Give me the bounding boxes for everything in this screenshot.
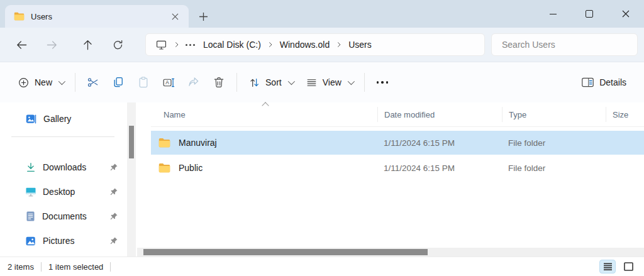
rename-button[interactable]: A [156, 70, 181, 94]
pin-icon [109, 236, 118, 245]
search-input[interactable] [501, 39, 628, 50]
delete-button[interactable] [206, 70, 231, 94]
refresh-icon [112, 39, 124, 51]
breadcrumb-overflow-icon[interactable] [182, 44, 199, 46]
folder-icon [158, 138, 170, 148]
sidebar-item-pictures[interactable]: Pictures [1, 229, 125, 252]
chevron-down-icon [287, 78, 294, 85]
details-view-icon [603, 263, 613, 271]
pin-icon [109, 163, 118, 172]
back-button[interactable] [11, 34, 32, 55]
downloads-icon [25, 162, 36, 173]
command-bar: New A Sort [0, 62, 644, 102]
ellipsis-icon [373, 81, 392, 84]
sidebar-item-label: Downloads [43, 162, 109, 172]
sidebar-item-gallery[interactable]: Gallery [1, 108, 125, 130]
breadcrumb-segment-windows-old[interactable]: Windows.old [275, 38, 334, 52]
breadcrumb-chevron-icon[interactable] [173, 41, 180, 48]
forward-button[interactable] [41, 34, 62, 55]
details-pane-button[interactable]: Details [575, 72, 633, 93]
horizontal-scrollbar[interactable] [137, 248, 644, 257]
new-tab-button[interactable] [194, 7, 213, 26]
details-view-toggle[interactable] [599, 260, 616, 273]
search-box[interactable] [491, 33, 638, 56]
column-header-name[interactable]: Name [151, 107, 377, 122]
this-pc-icon[interactable] [151, 38, 172, 52]
minimize-button[interactable] [535, 0, 571, 28]
file-row-manuviraj[interactable]: Manuviraj 1/11/2024 6:15 PM File folder [151, 131, 644, 155]
breadcrumb-segment-drive[interactable]: Local Disk (C:) [199, 38, 265, 52]
chevron-down-icon [58, 78, 65, 85]
large-icons-view-toggle[interactable] [620, 260, 636, 273]
svg-text:A: A [165, 79, 169, 86]
desktop-icon [25, 187, 36, 197]
new-button-label: New [35, 77, 52, 87]
arrow-right-icon [46, 39, 58, 51]
documents-icon [25, 211, 36, 222]
large-icons-view-icon [624, 262, 633, 271]
arrow-up-icon [82, 39, 94, 51]
pin-icon [109, 187, 118, 196]
breadcrumb-chevron-icon[interactable] [267, 41, 274, 48]
scrollbar-thumb[interactable] [129, 126, 134, 158]
file-date-modified: 1/11/2024 6:15 PM [377, 163, 502, 173]
breadcrumb-segment-users[interactable]: Users [344, 38, 376, 52]
pin-icon [109, 212, 118, 221]
selection-count: 1 item selected [48, 262, 103, 272]
maximize-button[interactable] [571, 0, 608, 28]
refresh-button[interactable] [107, 34, 128, 55]
view-lines-icon [306, 77, 318, 89]
sidebar-item-documents[interactable]: Documents [1, 205, 125, 228]
maximize-icon [586, 10, 593, 18]
tab-close-icon[interactable] [167, 9, 182, 24]
share-icon [187, 76, 200, 89]
breadcrumb-chevron-icon[interactable] [335, 41, 343, 48]
arrow-left-icon [16, 39, 28, 51]
up-button[interactable] [77, 34, 98, 55]
close-button[interactable] [608, 0, 644, 28]
sidebar: Gallery Downloads Desktop Documents Pict… [0, 102, 126, 257]
file-list: Name Date modified Type Size Manuviraj 1… [137, 102, 644, 257]
status-bar: 2 items 1 item selected [0, 257, 644, 276]
folder-icon [158, 163, 170, 173]
scrollbar-thumb[interactable] [143, 249, 428, 255]
tab-users[interactable]: Users [5, 5, 189, 28]
sidebar-item-label: Documents [42, 211, 109, 221]
sidebar-divider [11, 136, 114, 137]
copy-button[interactable] [106, 70, 131, 94]
sort-button[interactable]: Sort [242, 72, 299, 94]
column-header-date-modified[interactable]: Date modified [377, 107, 502, 122]
sidebar-item-desktop[interactable]: Desktop [1, 180, 125, 203]
paste-button[interactable] [131, 70, 156, 94]
column-header-type[interactable]: Type [502, 107, 606, 122]
window-controls [535, 0, 644, 28]
address-bar[interactable]: Local Disk (C:) Windows.old Users [145, 33, 485, 56]
file-name: Manuviraj [179, 138, 217, 148]
tab-title: Users [31, 12, 167, 21]
pictures-icon [25, 236, 36, 246]
trash-icon [213, 76, 225, 89]
see-more-button[interactable] [370, 70, 395, 94]
column-header-size[interactable]: Size [606, 107, 644, 122]
details-pane-icon [581, 77, 594, 88]
new-button[interactable]: New [11, 72, 70, 94]
share-button[interactable] [181, 70, 206, 94]
sort-icon [248, 77, 260, 89]
chevron-down-icon [348, 78, 355, 85]
sidebar-item-label: Pictures [43, 236, 109, 246]
navigation-bar: Local Disk (C:) Windows.old Users [0, 28, 644, 62]
folder-icon [14, 12, 25, 21]
sidebar-item-downloads[interactable]: Downloads [1, 156, 125, 179]
sidebar-item-label: Gallery [43, 114, 118, 124]
sort-button-label: Sort [265, 77, 282, 87]
file-date-modified: 1/11/2024 6:15 PM [377, 138, 502, 148]
content-area: Gallery Downloads Desktop Documents Pict… [0, 102, 644, 257]
file-type: File folder [502, 138, 606, 148]
view-button-label: View [323, 77, 341, 87]
status-divider [110, 262, 111, 272]
view-button[interactable]: View [299, 72, 359, 94]
cut-button[interactable] [80, 70, 106, 94]
file-row-public[interactable]: Public 1/11/2024 6:15 PM File folder [151, 156, 644, 180]
sidebar-scrollbar[interactable] [126, 102, 137, 257]
copy-icon [112, 76, 125, 89]
